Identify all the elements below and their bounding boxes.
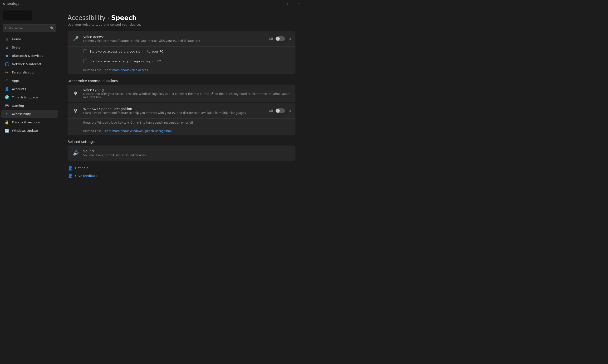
voice-access-learn-more-link[interactable]: Learn more about voice access	[104, 68, 148, 72]
accounts-icon: 👤	[5, 87, 9, 91]
sound-arrow-icon: ›	[290, 151, 292, 156]
voice-access-sub1-label: Start voice access before you sign in to…	[90, 50, 163, 53]
speech-recognition-related-label: Related links	[83, 129, 102, 133]
voice-access-related-links: Related links Learn more about voice acc…	[67, 66, 295, 74]
footer-links: 👤 Get help 👤 Give feedback	[67, 166, 295, 178]
sidebar-item-personalization-label: Personalization	[12, 71, 35, 74]
voice-access-icon: 🎤	[71, 35, 80, 43]
voice-access-sub1-checkbox[interactable]	[83, 50, 87, 53]
sidebar-item-apps-label: Apps	[12, 79, 19, 82]
voice-access-sub2-label: Start voice access after you sign in to …	[90, 59, 161, 63]
breadcrumb-parent[interactable]: Accessibility	[67, 14, 106, 21]
sidebar: 🔍 ⌂ Home 🖥 System ★ Bluetooth & devices …	[0, 8, 59, 182]
breadcrumb-separator: ›	[107, 15, 109, 20]
sidebar-item-windowsupdate[interactable]: 🔄 Windows Update	[1, 127, 58, 135]
voice-access-sub2: Start voice access after you sign in to …	[67, 56, 295, 66]
voice-access-title: Voice access	[83, 35, 269, 39]
sound-card-header: 🔊 Sound Volume levels, output, input, so…	[67, 145, 295, 161]
get-help-icon: 👤	[67, 166, 73, 170]
voice-access-sub1: Start voice access before you sign in to…	[67, 46, 295, 56]
other-voice-section-heading: Other voice command options	[67, 79, 295, 83]
voice-typing-title: Voice typing	[83, 88, 292, 92]
time-icon: 🌍	[5, 95, 9, 99]
home-icon: ⌂	[5, 37, 9, 41]
close-button[interactable]: ✕	[293, 0, 304, 8]
sidebar-item-home-label: Home	[12, 37, 21, 41]
sidebar-item-privacy-label: Privacy & security	[12, 120, 40, 124]
sidebar-item-gaming[interactable]: 🎮 Gaming	[1, 102, 58, 110]
minimize-button[interactable]: ─	[271, 0, 282, 8]
privacy-icon: 🔒	[5, 120, 9, 124]
main-content: Accessibility › Speech Use your voice to…	[59, 8, 304, 182]
sound-title: Sound	[83, 149, 290, 153]
voice-typing-desc: Dictate text with your voice. Press the …	[83, 92, 292, 99]
voice-access-card: 🎤 Voice access Modern voice command feat…	[67, 31, 295, 74]
speech-recognition-learn-more-link[interactable]: Learn more about Windows Speech Recognit…	[104, 129, 172, 133]
voice-access-desc: Modern voice command feature to help you…	[83, 39, 269, 43]
gaming-icon: 🎮	[5, 104, 9, 108]
sidebar-item-accounts-label: Accounts	[12, 87, 26, 91]
sound-icon: 🔊	[71, 149, 80, 157]
search-input[interactable]	[5, 26, 50, 30]
voice-access-text: Voice access Modern voice command featur…	[83, 35, 269, 43]
sidebar-item-system[interactable]: 🖥 System	[1, 43, 58, 51]
speech-recognition-card: 🎙 Windows Speech Recognition Classic voi…	[67, 103, 295, 135]
speech-recognition-toggle-knob	[276, 109, 280, 113]
voice-access-toggle[interactable]	[276, 36, 285, 41]
give-feedback-link[interactable]: 👤 Give feedback	[67, 173, 295, 178]
voice-access-controls: Off ∧	[269, 36, 292, 41]
page-subtitle: Use your voice to type and control your …	[67, 23, 295, 26]
sidebar-item-accounts[interactable]: 👤 Accounts	[1, 85, 58, 93]
sidebar-item-bluetooth[interactable]: ★ Bluetooth & devices	[1, 52, 58, 60]
maximize-button[interactable]: □	[282, 0, 293, 8]
speech-recognition-desc: Classic voice command feature to help yo…	[83, 111, 269, 115]
window-controls: ─ □ ✕	[271, 0, 304, 8]
sidebar-item-gaming-label: Gaming	[12, 104, 24, 107]
speech-recognition-icon: 🎙	[71, 106, 80, 115]
get-help-link[interactable]: 👤 Get help	[67, 166, 295, 170]
sidebar-item-personalization[interactable]: ✏ Personalization	[1, 68, 58, 76]
sound-card[interactable]: 🔊 Sound Volume levels, output, input, so…	[67, 145, 295, 161]
sidebar-item-accessibility[interactable]: ✦ Accessibility	[1, 110, 58, 118]
sidebar-item-time-label: Time & language	[12, 96, 38, 99]
network-icon: 🌐	[5, 62, 9, 66]
app-title: Settings	[7, 2, 19, 5]
windowsupdate-icon: 🔄	[5, 128, 9, 133]
sidebar-item-network-label: Network & internet	[12, 62, 41, 66]
speech-recognition-header: 🎙 Windows Speech Recognition Classic voi…	[67, 103, 295, 118]
sidebar-item-accessibility-label: Accessibility	[12, 112, 31, 116]
sound-card-text: Sound Volume levels, output, input, soun…	[83, 149, 290, 157]
speech-recognition-text: Windows Speech Recognition Classic voice…	[83, 107, 269, 115]
sound-desc: Volume levels, output, input, sound devi…	[83, 154, 290, 157]
sidebar-item-bluetooth-label: Bluetooth & devices	[12, 54, 43, 58]
speech-recognition-chevron[interactable]: ∧	[289, 109, 292, 113]
avatar	[3, 11, 32, 20]
speech-recognition-body-text: Press the Windows logo key ⊞ + Ctrl + S …	[67, 118, 295, 127]
sidebar-item-home[interactable]: ⌂ Home	[1, 35, 58, 43]
sidebar-item-apps[interactable]: ⊞ Apps	[1, 77, 58, 85]
toggle-knob	[276, 37, 280, 41]
sidebar-item-privacy[interactable]: 🔒 Privacy & security	[1, 118, 58, 126]
system-icon: 🖥	[5, 45, 9, 50]
sidebar-item-network[interactable]: 🌐 Network & internet	[1, 60, 58, 68]
bluetooth-icon: ★	[5, 53, 9, 58]
sidebar-item-windowsupdate-label: Windows Update	[12, 129, 38, 132]
speech-recognition-controls: Off ∧	[269, 108, 292, 113]
sidebar-item-time[interactable]: 🌍 Time & language	[1, 93, 58, 101]
voice-access-sub2-checkbox[interactable]	[83, 59, 87, 63]
voice-access-chevron[interactable]: ∧	[289, 37, 292, 41]
search-box[interactable]: 🔍	[3, 24, 56, 32]
speech-recognition-related-links: Related links Learn more about Windows S…	[67, 127, 295, 135]
speech-recognition-title: Windows Speech Recognition	[83, 107, 269, 111]
speech-recognition-toggle[interactable]	[276, 108, 285, 113]
apps-icon: ⊞	[5, 78, 9, 83]
page-title: Speech	[111, 14, 136, 21]
voice-access-header: 🎤 Voice access Modern voice command feat…	[67, 31, 295, 46]
voice-typing-icon: 🎙	[71, 89, 80, 98]
voice-typing-row[interactable]: 🎙 Voice typing Dictate text with your vo…	[67, 85, 295, 102]
give-feedback-label: Give feedback	[75, 174, 97, 178]
accessibility-icon: ✦	[5, 112, 9, 116]
related-settings-heading: Related settings	[67, 140, 295, 143]
breadcrumb: Accessibility › Speech	[67, 14, 295, 21]
voice-typing-text: Voice typing Dictate text with your voic…	[83, 88, 292, 99]
